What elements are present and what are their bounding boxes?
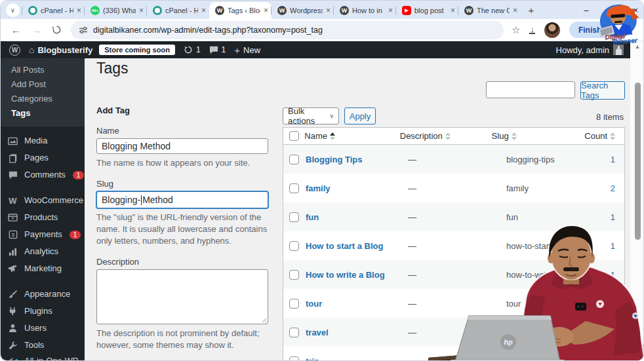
sidebar-item-all-in-one-wp-migration[interactable]: All-in-One WP Migration — [1, 354, 85, 361]
url-text[interactable]: digitalbikaner.com/wp-admin/edit-tags.ph… — [93, 26, 323, 35]
close-icon[interactable]: × — [513, 7, 517, 14]
sidebar-item-tags[interactable]: Tags — [1, 106, 85, 121]
sidebar-item-label: Users — [24, 324, 47, 333]
tag-name-link[interactable]: family — [306, 183, 331, 193]
bulk-actions-select[interactable]: Bulk actions ∨ — [283, 107, 339, 124]
tag-count-link[interactable]: 1 — [606, 212, 624, 222]
sidebar-item-label: Media — [24, 136, 47, 145]
sidebar-item-comments[interactable]: Comments 1 — [1, 166, 85, 183]
search-input[interactable] — [486, 81, 575, 98]
sidebar-item-payments[interactable]: $ Payments 1 — [1, 226, 85, 243]
tag-name-link[interactable]: tour — [306, 299, 322, 309]
site-name-menu[interactable]: ⌂ Blogbusterify — [29, 45, 92, 55]
row-checkbox[interactable] — [289, 241, 299, 251]
reload-icon[interactable] — [52, 25, 62, 35]
tag-name-link[interactable]: travel — [306, 328, 329, 337]
tag-count-link[interactable]: 2 — [606, 183, 624, 193]
tag-name-link[interactable]: Blogging Tips — [306, 155, 362, 164]
tag-description-textarea[interactable] — [96, 269, 268, 324]
tag-slug: blogging-tips — [506, 155, 606, 164]
add-tag-heading: Add Tag — [96, 105, 268, 115]
tag-name-link[interactable]: fun — [306, 212, 319, 222]
row-checkbox[interactable] — [289, 155, 299, 164]
home-icon: ⌂ — [29, 45, 34, 55]
back-icon[interactable]: ← — [11, 24, 21, 35]
tag-name-link[interactable]: How to start a Blog — [306, 241, 383, 251]
store-coming-soon-badge[interactable]: Store coming soon — [99, 45, 175, 55]
search-tags-button[interactable]: Search Tags — [580, 81, 625, 100]
row-checkbox[interactable] — [289, 183, 299, 193]
sidebar-item-analytics[interactable]: Analytics — [1, 243, 85, 260]
tab-strip: ∨ cPanel - H × 99+ (336) What × cPanel -… — [1, 1, 644, 19]
tab-tags-active[interactable]: W Tags ‹ Blog × — [209, 2, 272, 19]
download-icon[interactable]: ↓ — [529, 26, 535, 34]
row-checkbox[interactable] — [289, 299, 299, 309]
comment-bubble-icon — [209, 46, 218, 54]
tab-title: (336) What — [103, 7, 136, 14]
row-checkbox[interactable] — [289, 356, 299, 361]
resize-handle-icon[interactable] — [260, 316, 266, 322]
tab-wordpress[interactable]: W Wordpress × — [272, 2, 334, 19]
row-checkbox[interactable] — [289, 328, 299, 337]
tab-cpanel-1[interactable]: cPanel - H × — [22, 2, 85, 19]
url-bar[interactable]: digitalbikaner.com/wp-admin/edit-tags.ph… — [71, 21, 504, 39]
wp-logo-menu[interactable]: W — [9, 45, 20, 56]
apply-button[interactable]: Apply — [344, 107, 376, 124]
tab-whatsapp[interactable]: 99+ (336) What × — [85, 2, 147, 19]
sidebar-item-categories[interactable]: Categories — [1, 92, 85, 106]
scroll-up-icon[interactable]: ▲ — [630, 43, 644, 50]
sidebar-item-plugins[interactable]: Plugins — [1, 303, 85, 320]
forward-icon[interactable]: → — [31, 24, 41, 35]
tab-blog-post[interactable]: ▶ blog post × — [396, 2, 458, 19]
close-icon[interactable]: × — [388, 7, 393, 14]
sidebar-item-products[interactable]: Products — [1, 209, 85, 226]
sidebar-item-add-post[interactable]: Add Post — [1, 77, 85, 92]
new-tab-button[interactable]: + — [523, 2, 539, 18]
row-checkbox[interactable] — [289, 270, 299, 280]
tab-how-to[interactable]: W How to in × — [334, 2, 396, 19]
update-icon — [184, 45, 193, 54]
new-content-menu[interactable]: + New — [234, 45, 260, 56]
tag-name-link[interactable]: How to write a Blog — [306, 270, 385, 280]
tag-count-link[interactable]: 1 — [606, 155, 624, 164]
scrollbar-thumb[interactable] — [635, 83, 641, 240]
sidebar-item-appearance[interactable]: Appearance — [1, 286, 85, 303]
sidebar-item-all-posts[interactable]: All Posts — [1, 63, 85, 77]
column-header-slug[interactable]: Slug — [492, 131, 585, 141]
comments-menu[interactable]: 1 — [209, 45, 226, 54]
close-icon[interactable]: × — [139, 7, 144, 14]
text-caret — [141, 195, 142, 205]
row-checkbox[interactable] — [289, 212, 299, 222]
close-icon[interactable]: × — [201, 7, 206, 14]
close-icon[interactable]: × — [326, 7, 331, 14]
select-all-checkbox[interactable] — [289, 131, 299, 141]
tab-the-new[interactable]: W The new G × — [458, 2, 521, 19]
tag-slug-input[interactable]: Blogging-Method — [96, 191, 268, 208]
browser-profile-avatar[interactable] — [544, 22, 560, 38]
tag-name-input[interactable] — [96, 138, 268, 154]
name-help-text: The name is how it appears on your site. — [96, 157, 268, 169]
updates-menu[interactable]: 1 — [184, 45, 201, 54]
my-account-menu[interactable]: Howdy, admin — [556, 45, 624, 55]
tab-search-button[interactable]: ∨ — [6, 3, 20, 17]
sidebar-item-tools[interactable]: Tools — [1, 337, 85, 354]
column-header-name[interactable]: Name — [304, 131, 399, 141]
address-bar: ← → digitalbikaner.com/wp-admin/edit-tag… — [1, 19, 644, 41]
close-icon[interactable]: × — [264, 7, 268, 14]
sidebar-item-marketing[interactable]: Marketing — [1, 260, 85, 277]
tab-cpanel-2[interactable]: cPanel - H × — [147, 2, 209, 19]
tag-name-link[interactable]: trip — [306, 356, 319, 361]
column-header-description[interactable]: Description — [400, 131, 492, 141]
bookmark-star-icon[interactable]: ☆ — [512, 24, 520, 36]
site-settings-icon[interactable] — [79, 26, 88, 35]
sidebar-item-pages[interactable]: Pages — [1, 149, 85, 166]
new-label: New — [243, 45, 260, 55]
posts-submenu: All Posts Add Post Categories Tags — [1, 58, 85, 126]
sidebar-item-users[interactable]: Users — [1, 320, 85, 337]
close-icon[interactable]: × — [77, 7, 81, 14]
column-header-count[interactable]: Count — [584, 131, 624, 141]
slug-help-text: The "slug" is the URL-friendly version o… — [96, 212, 268, 247]
sidebar-item-media[interactable]: Media — [1, 132, 85, 149]
close-icon[interactable]: × — [451, 7, 455, 14]
sidebar-item-woocommerce[interactable]: W WooCommerce — [1, 192, 85, 209]
